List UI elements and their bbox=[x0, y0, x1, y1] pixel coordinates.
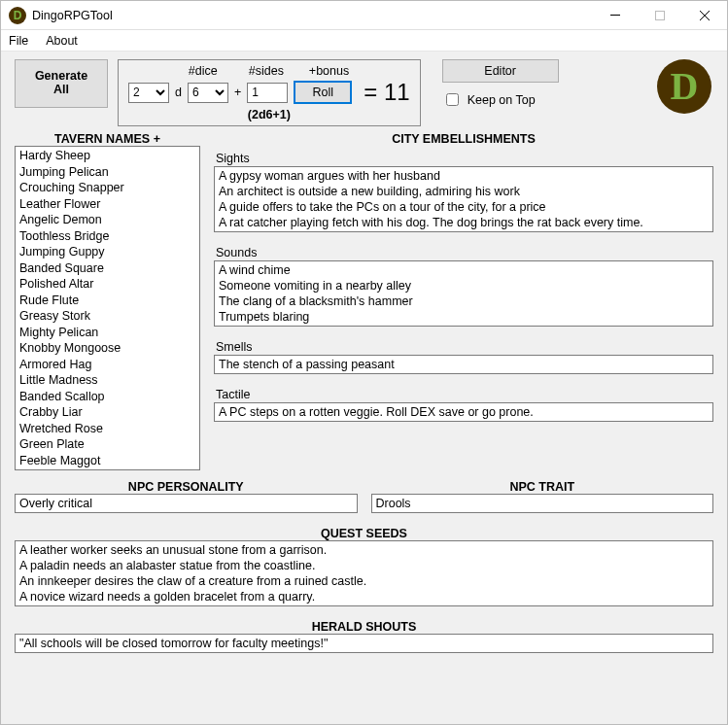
generate-all-button[interactable]: Generate All bbox=[15, 59, 108, 108]
tavern-names-listbox[interactable]: Hardy SheepJumping PelicanCrouching Snap… bbox=[15, 146, 200, 470]
bonus-input[interactable] bbox=[247, 83, 288, 103]
city-embellishments-header: CITY EMBELLISHMENTS bbox=[214, 132, 713, 146]
label-bonus: +bonus bbox=[309, 64, 350, 78]
app-logo: D bbox=[657, 59, 711, 114]
list-item[interactable]: Crabby Liar bbox=[19, 404, 195, 421]
close-icon bbox=[700, 11, 710, 20]
plus-label: + bbox=[234, 86, 241, 99]
npc-personality-textbox[interactable]: Overly critical bbox=[15, 494, 358, 513]
list-item[interactable]: An innkeeper desires the claw of a creat… bbox=[19, 573, 709, 589]
herald-shouts-textbox[interactable]: "All schools will be closed tomorrow for… bbox=[15, 634, 713, 653]
tactile-textbox[interactable]: A PC steps on a rotten veggie. Roll DEX … bbox=[214, 402, 713, 422]
svg-rect-1 bbox=[656, 11, 665, 19]
list-item[interactable]: Feeble Maggot bbox=[19, 453, 195, 469]
list-item[interactable]: Knobby Mongoose bbox=[19, 340, 195, 357]
list-item[interactable]: A gypsy woman argues with her husband bbox=[219, 168, 709, 184]
herald-shouts-header: HERALD SHOUTS bbox=[15, 620, 713, 634]
window-minimize-button[interactable] bbox=[593, 1, 638, 29]
dice-formula: (2d6+1) bbox=[248, 108, 291, 121]
list-item[interactable]: Trumpets blaring bbox=[219, 309, 709, 325]
list-item[interactable]: Jumping Guppy bbox=[19, 244, 195, 260]
quest-seeds-header: QUEST SEEDS bbox=[15, 527, 713, 540]
menu-about[interactable]: About bbox=[46, 34, 78, 48]
d-label: d bbox=[175, 86, 182, 99]
sights-textbox[interactable]: A gypsy woman argues with her husbandAn … bbox=[214, 166, 713, 232]
list-item[interactable]: Mighty Pelican bbox=[19, 325, 195, 341]
list-item[interactable]: Greasy Stork bbox=[19, 308, 195, 325]
list-item[interactable]: A rat catcher playing fetch with his dog… bbox=[219, 215, 709, 230]
keep-on-top-label: Keep on Top bbox=[468, 93, 536, 107]
ndice-select[interactable]: 2 bbox=[128, 83, 169, 103]
list-item[interactable]: Rude Flute bbox=[19, 293, 195, 309]
list-item[interactable]: Wretched Rose bbox=[19, 421, 195, 437]
list-item[interactable]: Jumping Pelican bbox=[19, 164, 195, 181]
list-item[interactable]: A wind chime bbox=[219, 262, 709, 278]
roll-button[interactable]: Roll bbox=[294, 81, 352, 104]
app-window: DingoRPGTool File About Generate All #di… bbox=[0, 0, 728, 725]
smells-textbox[interactable]: The stench of a passing peasant bbox=[214, 355, 713, 374]
tactile-label: Tactile bbox=[216, 388, 713, 401]
maximize-icon bbox=[655, 11, 665, 20]
menu-file[interactable]: File bbox=[9, 34, 28, 48]
list-item[interactable]: Banded Square bbox=[19, 260, 195, 277]
window-title: DingoRPGTool bbox=[32, 9, 593, 22]
sounds-label: Sounds bbox=[216, 246, 713, 259]
list-item[interactable]: A leather worker seeks an unusual stone … bbox=[19, 542, 709, 558]
window-maximize-button[interactable] bbox=[638, 1, 682, 29]
list-item[interactable]: Banded Scallop bbox=[19, 389, 195, 405]
list-item[interactable]: A novice wizard needs a golden bracelet … bbox=[19, 589, 709, 604]
list-item[interactable]: Little Madness bbox=[19, 372, 195, 389]
editor-button[interactable]: Editor bbox=[442, 59, 559, 83]
npc-personality-header: NPC PERSONALITY bbox=[15, 480, 358, 494]
smells-label: Smells bbox=[216, 340, 713, 354]
list-item[interactable]: Hardy Sheep bbox=[19, 148, 195, 164]
nsides-select[interactable]: 6 bbox=[188, 83, 228, 103]
list-item[interactable]: The clang of a blacksmith's hammer bbox=[219, 293, 709, 309]
roll-result: = 11 bbox=[364, 79, 409, 106]
list-item[interactable]: Toothless Bridge bbox=[19, 228, 195, 245]
keep-on-top-checkbox[interactable]: Keep on Top bbox=[442, 90, 536, 109]
app-icon bbox=[9, 7, 26, 24]
dice-roller-panel: #dice #sides +bonus 2 d 6 + Roll = 11 (2… bbox=[118, 59, 421, 126]
sights-label: Sights bbox=[216, 152, 713, 165]
svg-rect-0 bbox=[610, 15, 620, 16]
list-item[interactable]: Leather Flower bbox=[19, 196, 195, 213]
npc-trait-textbox[interactable]: Drools bbox=[371, 494, 714, 513]
menubar: File About bbox=[1, 30, 727, 52]
list-item[interactable]: Armored Hag bbox=[19, 357, 195, 373]
list-item[interactable]: Green Plate bbox=[19, 436, 195, 453]
titlebar: DingoRPGTool bbox=[1, 1, 727, 30]
sounds-textbox[interactable]: A wind chimeSomeone vomiting in a nearby… bbox=[214, 260, 713, 327]
label-ndice: #dice bbox=[189, 64, 229, 78]
list-item[interactable]: A paladin needs an alabaster statue from… bbox=[19, 558, 709, 573]
tavern-names-header[interactable]: TAVERN NAMES + bbox=[15, 132, 200, 146]
list-item[interactable]: An architect is outside a new building, … bbox=[219, 184, 709, 199]
keep-on-top-input[interactable] bbox=[446, 93, 459, 106]
minimize-icon bbox=[610, 15, 620, 16]
quest-seeds-textbox[interactable]: A leather worker seeks an unusual stone … bbox=[15, 540, 713, 606]
list-item[interactable]: Angelic Demon bbox=[19, 212, 195, 228]
list-item[interactable]: Someone vomiting in a nearby alley bbox=[219, 278, 709, 293]
list-item[interactable]: Crouching Snapper bbox=[19, 180, 195, 196]
npc-trait-header: NPC TRAIT bbox=[371, 480, 714, 494]
logo-letter-icon: D bbox=[671, 67, 699, 106]
window-close-button[interactable] bbox=[682, 1, 727, 29]
list-item[interactable]: A guide offers to take the PCs on a tour… bbox=[219, 199, 709, 215]
list-item[interactable]: Polished Altar bbox=[19, 276, 195, 293]
label-nsides: #sides bbox=[249, 64, 290, 78]
